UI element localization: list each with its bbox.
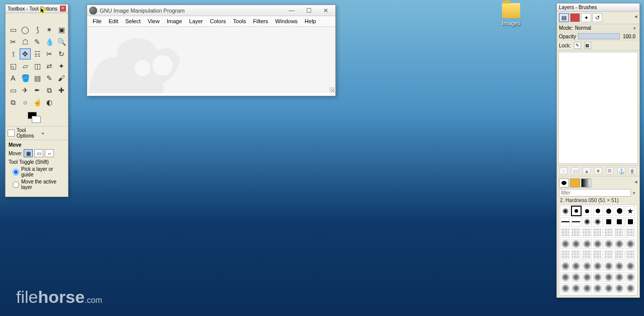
anchor-layer-button[interactable]: ⚓: [617, 167, 625, 174]
tool-bucket-fill[interactable]: 🪣: [20, 73, 31, 84]
menu-select[interactable]: Select: [122, 17, 145, 25]
brush-item[interactable]: [571, 228, 581, 238]
close-button[interactable]: ✕: [317, 6, 334, 16]
tool-dodge-burn[interactable]: ◐: [44, 97, 55, 108]
tab-patterns[interactable]: [570, 178, 580, 187]
tool-zoom[interactable]: 🔍: [56, 36, 67, 47]
tool-blend[interactable]: ▤: [32, 73, 43, 84]
tool-scale[interactable]: ◱: [8, 60, 19, 72]
brush-item[interactable]: [615, 283, 624, 293]
brush-item[interactable]: [615, 206, 624, 216]
tool-foreground-select[interactable]: ☖: [20, 36, 31, 47]
move-selection-button[interactable]: ▭: [34, 149, 43, 157]
tool-text[interactable]: A: [8, 73, 19, 84]
tool-paths[interactable]: ✎: [32, 36, 43, 47]
toolbox-titlebar[interactable]: Toolbox - Tool Options ×: [6, 5, 68, 13]
brush-item[interactable]: [625, 228, 635, 238]
lower-layer-button[interactable]: ▼: [594, 167, 602, 174]
brush-item[interactable]: [615, 272, 624, 282]
brush-item[interactable]: [571, 206, 581, 216]
tool-blur[interactable]: ○: [20, 97, 31, 108]
brush-item[interactable]: [604, 239, 613, 249]
lock-alpha-button[interactable]: ▦: [584, 42, 591, 49]
canvas-area[interactable]: [87, 27, 335, 93]
radio-move-active[interactable]: Move the active layer: [13, 179, 65, 190]
brush-item[interactable]: [593, 206, 603, 216]
tool-flip[interactable]: ⇄: [44, 60, 55, 72]
brush-item[interactable]: [615, 228, 624, 238]
tool-align[interactable]: ☷: [32, 48, 43, 59]
brush-item[interactable]: [604, 261, 613, 271]
tool-rect-select[interactable]: ▭: [8, 24, 19, 35]
brush-item[interactable]: [560, 239, 570, 249]
brush-item[interactable]: [560, 272, 570, 282]
tool-options-header[interactable]: Tool Options ◂: [6, 126, 68, 140]
brush-item[interactable]: [625, 250, 635, 260]
brush-item[interactable]: [604, 206, 613, 216]
brush-item[interactable]: [582, 217, 592, 227]
brush-item[interactable]: [582, 206, 592, 216]
tool-smudge[interactable]: ☝: [32, 97, 43, 108]
tool-cage[interactable]: ✦: [56, 60, 67, 72]
brush-config-icon[interactable]: ◂: [634, 178, 637, 187]
menu-help[interactable]: Help: [301, 17, 320, 25]
brush-item[interactable]: [571, 283, 581, 293]
tab-channels[interactable]: [570, 13, 580, 22]
brush-item[interactable]: [593, 217, 603, 227]
tool-scissors[interactable]: ✂: [8, 36, 19, 47]
tool-shear[interactable]: ▱: [20, 60, 31, 72]
menu-windows[interactable]: Windows: [271, 17, 301, 25]
menu-image[interactable]: Image: [163, 17, 186, 25]
radio-move-active-input[interactable]: [13, 181, 19, 188]
brush-item[interactable]: [604, 272, 613, 282]
background-color-swatch[interactable]: [32, 116, 41, 123]
brush-item[interactable]: [582, 272, 592, 282]
maximize-button[interactable]: ☐: [300, 6, 317, 16]
brush-item[interactable]: [582, 283, 592, 293]
brush-item[interactable]: [571, 261, 581, 271]
lock-pixels-button[interactable]: ✎: [574, 42, 581, 49]
brush-filter-dropdown-icon[interactable]: ▾: [631, 191, 637, 196]
brush-item[interactable]: [604, 228, 613, 238]
brush-item[interactable]: [560, 206, 570, 216]
brush-item[interactable]: [615, 239, 624, 249]
tab-undo[interactable]: ↺: [592, 13, 602, 22]
tool-paintbrush[interactable]: 🖌: [56, 73, 67, 84]
desktop-folder-images[interactable]: Images: [496, 3, 526, 26]
brush-item[interactable]: [571, 239, 581, 249]
tool-perspective-clone[interactable]: ⧉: [8, 97, 19, 108]
brush-item[interactable]: [625, 239, 635, 249]
layer-list[interactable]: [558, 52, 638, 164]
layers-config-icon[interactable]: ◂: [634, 13, 637, 22]
brush-item[interactable]: [593, 283, 603, 293]
brush-item[interactable]: [593, 250, 603, 260]
brush-item[interactable]: [560, 217, 570, 227]
new-group-button[interactable]: ▭: [571, 167, 579, 174]
tool-perspective[interactable]: ◫: [32, 60, 43, 72]
tool-ellipse-select[interactable]: ◯: [20, 24, 31, 35]
brush-item[interactable]: [604, 283, 613, 293]
main-titlebar[interactable]: GNU Image Manipulation Program — ☐ ✕: [87, 5, 335, 16]
tab-brushes[interactable]: [559, 178, 569, 187]
tool-pencil[interactable]: ✎: [44, 73, 55, 84]
duplicate-layer-button[interactable]: ⧉: [606, 167, 614, 174]
brush-item[interactable]: [582, 250, 592, 260]
brush-item[interactable]: [582, 239, 592, 249]
move-layer-button[interactable]: ▦: [24, 149, 33, 157]
brush-item[interactable]: [571, 272, 581, 282]
brush-item[interactable]: [625, 217, 635, 227]
brush-filter-input[interactable]: [559, 189, 631, 197]
tool-color-picker[interactable]: 💧: [44, 36, 55, 47]
brush-item[interactable]: [560, 283, 570, 293]
tool-ink[interactable]: ✒: [32, 85, 43, 96]
brush-item[interactable]: [593, 239, 603, 249]
brush-item[interactable]: [625, 272, 635, 282]
mode-dropdown-icon[interactable]: ▾: [632, 26, 637, 31]
brush-item[interactable]: [593, 261, 603, 271]
tool-eraser[interactable]: ▭: [8, 85, 19, 96]
brush-item[interactable]: [615, 250, 624, 260]
brush-item[interactable]: [615, 261, 624, 271]
brush-item[interactable]: [593, 228, 603, 238]
resize-grip-icon[interactable]: [329, 87, 334, 92]
menu-edit[interactable]: Edit: [105, 17, 122, 25]
